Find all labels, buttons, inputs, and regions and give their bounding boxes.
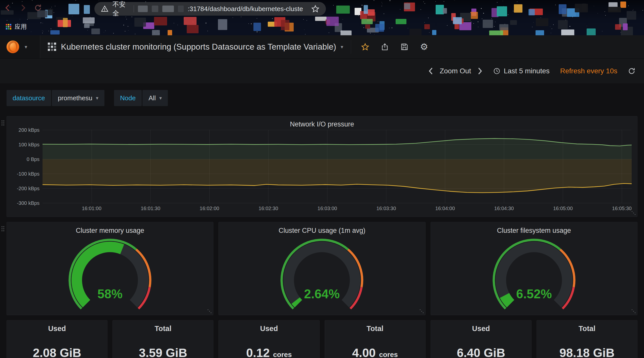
omnibox-divider [134, 5, 134, 12]
save-icon[interactable] [400, 43, 408, 51]
stat-panel-cpu-used: Used 0.12 cores [218, 320, 319, 358]
x-axis-label: 16:02:00 [200, 206, 219, 211]
time-range-picker[interactable]: Last 5 minutes [493, 67, 550, 75]
stat-value: 4.00 cores [325, 346, 425, 358]
gauge-value: 6.52% [516, 287, 552, 301]
gauge-value: 58% [97, 287, 123, 301]
redacted-block [152, 6, 158, 12]
network-chart: 200 kBps100 kBps0 Bps-100 kBps-200 kBps-… [7, 130, 637, 214]
not-secure-warning-icon[interactable] [101, 5, 108, 13]
redacted-block [178, 6, 184, 12]
stat-title[interactable]: Total [113, 324, 213, 333]
stat-title[interactable]: Used [219, 324, 319, 333]
variable-node-label: Node [114, 90, 142, 106]
row-drag-handle[interactable] [2, 120, 3, 121]
variable-node-value: All [148, 94, 156, 102]
grafana-navbar: ▾ Kubernetes cluster monitoring (Support… [0, 35, 644, 59]
time-shift-left-icon[interactable] [428, 67, 433, 75]
x-axis-label: 16:02:30 [258, 206, 278, 211]
variable-datasource-dropdown[interactable]: promethesu ▾ [52, 90, 104, 106]
page-title: Kubernetes cluster monitoring (Supports … [61, 42, 336, 52]
chevron-down-icon: ▾ [96, 95, 98, 101]
x-axis-label: 16:05:00 [553, 206, 573, 211]
refresh-icon[interactable] [628, 67, 635, 75]
y-axis-label: -300 kBps [8, 200, 40, 206]
navbar-actions: ⚙ [351, 40, 438, 54]
apps-grid-icon [6, 24, 12, 30]
stat-panel-filesystem-total: Total 98.18 GiB [537, 320, 637, 358]
network-chart-svg [43, 130, 632, 203]
stat-title[interactable]: Total [325, 324, 425, 333]
security-label: 不安全 [112, 0, 130, 18]
x-axis-label: 16:03:30 [376, 206, 396, 211]
time-range-label: Last 5 minutes [504, 67, 550, 75]
favorite-star-icon[interactable] [361, 43, 369, 51]
x-axis-label: 16:03:00 [318, 206, 337, 211]
dashboard-grid-icon [48, 43, 56, 51]
apps-button[interactable]: 应用 [6, 23, 27, 31]
zoom-out-button[interactable]: Zoom Out [440, 67, 471, 75]
panel-resize-handle[interactable] [419, 309, 424, 313]
stat-value: 98.18 GiB [537, 346, 637, 358]
stat-title[interactable]: Total [537, 324, 637, 333]
x-axis: 16:01:0016:01:3016:02:0016:02:3016:03:00… [43, 203, 632, 214]
refresh-interval-button[interactable]: Refresh every 10s [560, 67, 617, 75]
y-axis-label: -100 kBps [8, 171, 40, 177]
network-chart-plot[interactable] [43, 130, 632, 203]
y-axis-label: -200 kBps [8, 185, 40, 191]
panel-resize-handle[interactable] [207, 309, 212, 313]
gauge-row: Cluster memory usage 58% Cluster CPU usa… [7, 222, 637, 315]
panel-title-cpu[interactable]: Cluster CPU usage (1m avg) [219, 225, 425, 236]
back-icon[interactable] [4, 4, 12, 12]
grafana-menu-button[interactable]: ▾ [0, 35, 40, 58]
panel-cluster-cpu: Cluster CPU usage (1m avg) 2.64% [218, 222, 425, 315]
stat-panel-memory-total: Total 3.59 GiB [112, 320, 213, 358]
time-shift-right-icon[interactable] [478, 67, 483, 75]
apps-label: 应用 [15, 23, 27, 31]
forward-icon[interactable] [19, 4, 27, 12]
reload-icon[interactable] [34, 4, 42, 12]
stat-panel-memory-used: Used 2.08 GiB [7, 320, 107, 358]
memory-gauge: 58% [57, 237, 163, 312]
panel-resize-handle[interactable] [631, 309, 636, 313]
bookmarks-bar: 应用 [0, 18, 27, 35]
variable-node: Node All ▾ [114, 90, 168, 106]
y-axis-label: 100 kBps [8, 142, 40, 148]
browser-chrome: 不安全 :31784/dashboard/db/kubernetes-clust… [0, 0, 644, 35]
url-text: :31784/dashboard/db/kubernetes-cluster-m… [188, 5, 303, 13]
panel-title-network-io[interactable]: Network I/O pressure [7, 118, 637, 130]
address-bar[interactable]: 不安全 :31784/dashboard/db/kubernetes-clust… [94, 2, 326, 16]
redacted-block [138, 6, 148, 12]
panel-cluster-filesystem: Cluster filesystem usage 6.52% [431, 222, 637, 315]
x-axis-label: 16:04:00 [435, 206, 455, 211]
row-drag-handle[interactable] [2, 226, 3, 227]
stat-value: 0.12 cores [219, 346, 319, 358]
x-axis-label: 16:01:00 [82, 206, 101, 211]
stats-row: Used 2.08 GiB Total 3.59 GiB Used 0.12 c… [7, 320, 637, 358]
grafana-logo [5, 39, 21, 55]
gear-icon[interactable]: ⚙ [420, 42, 428, 51]
panel-title-memory[interactable]: Cluster memory usage [7, 225, 213, 236]
x-axis-label: 16:05:30 [612, 206, 632, 211]
redacted-block [162, 6, 174, 12]
panel-network-io: Network I/O pressure 200 kBps100 kBps0 B… [7, 116, 637, 217]
panel-cluster-memory: Cluster memory usage 58% [7, 222, 213, 315]
stat-title[interactable]: Used [7, 324, 107, 333]
template-variables-row: datasource promethesu ▾ Node All ▾ [7, 90, 637, 106]
y-axis-label: 0 Bps [8, 156, 40, 162]
title-caret-icon: ▾ [341, 44, 343, 50]
y-axis-label: 200 kBps [8, 127, 40, 133]
cpu-gauge: 2.64% [269, 237, 375, 312]
dashboard-title-dropdown[interactable]: Kubernetes cluster monitoring (Supports … [40, 35, 351, 58]
variable-node-dropdown[interactable]: All ▾ [142, 90, 168, 106]
variable-datasource: datasource promethesu ▾ [7, 90, 104, 106]
grafana-topbars: ▾ Kubernetes cluster monitoring (Support… [0, 35, 644, 83]
filesystem-gauge: 6.52% [481, 237, 587, 312]
stat-title[interactable]: Used [431, 324, 531, 333]
bookmark-star-icon[interactable] [311, 5, 319, 13]
variable-datasource-label: datasource [7, 90, 51, 106]
panel-title-filesystem[interactable]: Cluster filesystem usage [431, 225, 637, 236]
clock-icon [493, 68, 500, 75]
share-icon[interactable] [381, 43, 389, 51]
panel-resize-handle[interactable] [631, 211, 636, 215]
